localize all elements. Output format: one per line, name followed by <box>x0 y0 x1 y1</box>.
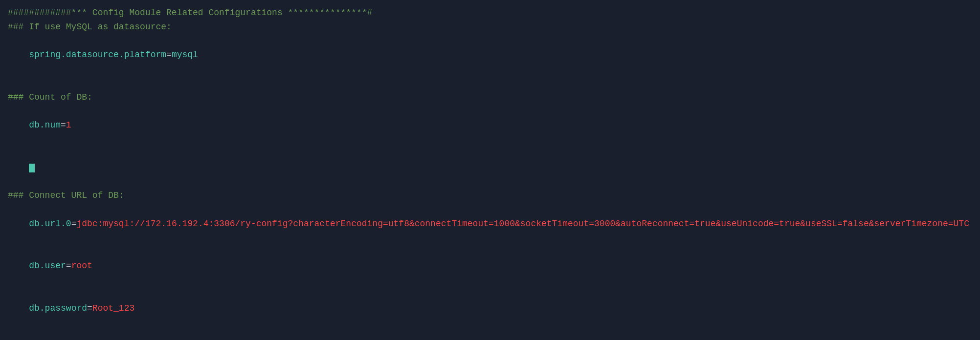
val-db-url: jdbc:mysql://172.16.192.4:3306/ry-config… <box>76 219 969 229</box>
val-db-num: 1 <box>66 120 71 130</box>
line-5: ### Count of DB: <box>8 90 972 105</box>
key-db-url: db.url.0 <box>29 219 71 229</box>
line-4 <box>8 76 972 90</box>
key-db-password: db.password <box>29 303 87 313</box>
line-1: ############*** Config Module Related Co… <box>8 6 972 20</box>
code-editor: ############*** Config Module Related Co… <box>0 0 980 340</box>
key-spring-datasource: spring.datasource.platform <box>29 50 166 60</box>
key-db-user: db.user <box>29 261 66 271</box>
line-3: spring.datasource.platform=mysql <box>8 34 972 76</box>
line-6: db.num=1 <box>8 105 972 147</box>
line-11: db.password=Root_123 <box>8 287 972 329</box>
line-8: ### Connect URL of DB: <box>8 189 972 203</box>
sep-3: = <box>166 50 172 60</box>
val-spring-datasource: mysql <box>172 50 198 60</box>
line-2: ### If use MySQL as datasource: <box>8 20 972 34</box>
line-10: db.user=root <box>8 245 972 287</box>
line-12 <box>8 329 972 340</box>
val-db-password: Root_123 <box>92 303 134 313</box>
line-9: db.url.0=jdbc:mysql://172.16.192.4:3306/… <box>8 203 972 245</box>
line-7 <box>8 147 972 189</box>
val-db-user: root <box>71 261 92 271</box>
key-db-num: db.num <box>29 120 61 130</box>
cursor-block <box>29 164 35 172</box>
